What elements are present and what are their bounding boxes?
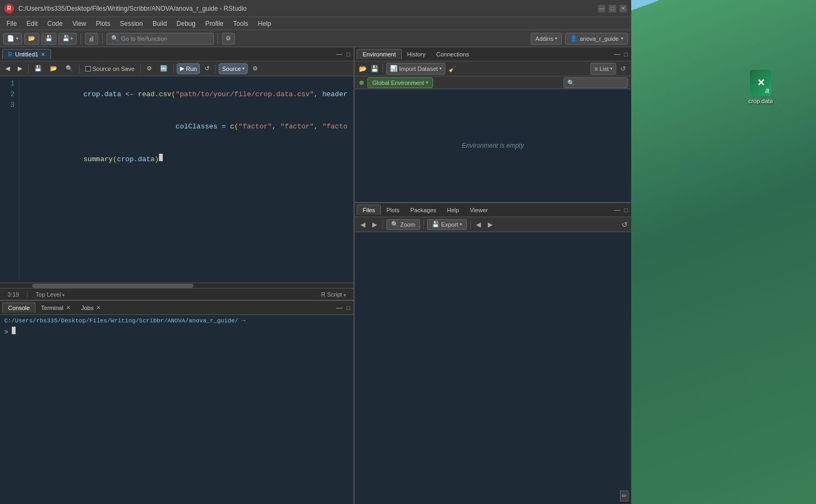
- forward-button[interactable]: ▶: [15, 63, 25, 74]
- addins-button[interactable]: Addins ▾: [531, 33, 562, 45]
- zoom-button[interactable]: 🔍 Zoom: [386, 219, 420, 230]
- plots-tab[interactable]: Plots: [381, 205, 405, 215]
- global-env-label: Global Environment: [372, 80, 424, 86]
- scrollbar-thumb[interactable]: [32, 284, 193, 288]
- run-button[interactable]: ▶ Run: [177, 63, 200, 74]
- script-type[interactable]: R Script ▾: [318, 291, 349, 298]
- zoom-icon: 🔍: [391, 221, 399, 228]
- menu-debug[interactable]: Debug: [172, 19, 200, 28]
- packages-tab[interactable]: Packages: [405, 205, 442, 215]
- files-prev-button[interactable]: ◀: [474, 220, 483, 229]
- save-button[interactable]: 💾: [41, 33, 56, 45]
- console-content[interactable]: C:/Users/rbs335/Desktop/Files/Writing/Sc…: [0, 315, 353, 504]
- code-line-2: colClasses = c("factor", "factor", "fact…: [25, 111, 348, 143]
- toolbar-right: Addins ▾ 👤 anova_r_guide ▾: [531, 33, 628, 45]
- connections-tab[interactable]: Connections: [431, 49, 474, 59]
- menu-plots[interactable]: Plots: [92, 19, 115, 28]
- print-button[interactable]: 🖨: [85, 33, 98, 45]
- refresh-files-button[interactable]: ↺: [622, 220, 628, 229]
- files-tab[interactable]: Files: [357, 205, 381, 215]
- jobs-label: Jobs: [81, 305, 93, 311]
- save-script-button[interactable]: 💾: [31, 63, 45, 74]
- scope-label[interactable]: Top Level ▾: [32, 291, 68, 298]
- history-tab[interactable]: History: [402, 49, 431, 59]
- editor-scrollbar[interactable]: [0, 283, 353, 288]
- open-recent-button[interactable]: 📂: [47, 63, 61, 74]
- menu-view[interactable]: View: [68, 19, 91, 28]
- maximize-files-button[interactable]: □: [623, 205, 629, 215]
- console-pane-controls: — □: [335, 303, 351, 313]
- maximize-console-button[interactable]: □: [345, 303, 351, 313]
- find-button[interactable]: 🔍: [62, 63, 76, 74]
- toolbar-sep-3: [218, 33, 218, 44]
- menu-code[interactable]: Code: [43, 19, 67, 28]
- collapse-editor-button[interactable]: —: [335, 49, 344, 59]
- close-button[interactable]: ✕: [619, 5, 627, 12]
- code-area[interactable]: crop.data <- read.csv("path/to/your/file…: [19, 78, 353, 280]
- files-forward-button[interactable]: ▶: [370, 220, 379, 229]
- collapse-env-button[interactable]: —: [613, 49, 622, 59]
- editor-tab-bar: R Untitled1 ✕ — □: [0, 47, 353, 61]
- source-on-save-button[interactable]: Source on Save: [82, 63, 138, 74]
- spell-check-button[interactable]: 🔤: [157, 63, 171, 74]
- list-icon: ≡: [594, 66, 597, 72]
- viewer-tab[interactable]: Viewer: [465, 205, 493, 215]
- files-next-button[interactable]: ▶: [486, 220, 495, 229]
- maximize-env-button[interactable]: □: [623, 49, 629, 59]
- minimize-button[interactable]: —: [598, 5, 605, 12]
- back-button[interactable]: ◀: [2, 63, 13, 74]
- env-save-button[interactable]: 💾: [370, 64, 379, 74]
- code-editor[interactable]: 1 2 3 crop.data <- read.csv("path/to/you…: [0, 76, 353, 283]
- save-all-button[interactable]: 💾+: [59, 33, 77, 45]
- menu-profile[interactable]: Profile: [201, 19, 228, 28]
- menu-help[interactable]: Help: [254, 19, 276, 28]
- open-file-button[interactable]: 📂: [24, 33, 39, 45]
- editor-pane-controls: — □: [335, 49, 351, 59]
- console-prompt-line[interactable]: >: [4, 327, 349, 336]
- menu-file[interactable]: File: [2, 19, 21, 28]
- new-file-button[interactable]: 📄 ▾: [3, 33, 22, 45]
- maximize-editor-button[interactable]: □: [345, 49, 351, 59]
- editor-tab-untitled1[interactable]: R Untitled1 ✕: [2, 49, 51, 59]
- files-back-button[interactable]: ◀: [358, 220, 367, 229]
- help-tab[interactable]: Help: [442, 205, 465, 215]
- menu-edit[interactable]: Edit: [22, 19, 42, 28]
- jobs-tab[interactable]: Jobs ✕: [76, 303, 106, 313]
- clear-console-button[interactable]: ✏: [620, 491, 629, 501]
- desktop-file-icon[interactable]: ✕ crop.data: [748, 70, 773, 104]
- jobs-close-icon[interactable]: ✕: [96, 305, 100, 311]
- console-tab[interactable]: Console: [2, 303, 35, 313]
- env-tab-bar: Environment History Connections — □: [355, 47, 631, 61]
- goto-file-button[interactable]: 🔍 Go to file/function: [106, 33, 214, 45]
- global-env-selector[interactable]: Global Environment ▾: [367, 77, 433, 88]
- collapse-console-button[interactable]: —: [335, 303, 344, 313]
- environment-tab[interactable]: Environment: [357, 49, 402, 59]
- refresh-env-button[interactable]: ↺: [618, 64, 628, 74]
- menu-build[interactable]: Build: [148, 19, 171, 28]
- terminal-close-icon[interactable]: ✕: [66, 305, 70, 311]
- re-run-button[interactable]: ↺: [201, 63, 213, 74]
- source-button[interactable]: Source ▾: [219, 63, 248, 74]
- line-num-1: 1: [4, 78, 15, 89]
- source-options-button[interactable]: ⚙: [249, 63, 261, 74]
- files-pane-controls: — □: [613, 205, 629, 215]
- menu-tools[interactable]: Tools: [229, 19, 252, 28]
- import-dataset-button[interactable]: 📊 Import Dataset ▾: [386, 63, 445, 75]
- env-clear-button[interactable]: 🧹: [447, 64, 457, 74]
- project-selector[interactable]: 👤 anova_r_guide ▾: [565, 33, 628, 45]
- external-link-icon[interactable]: →: [242, 317, 245, 325]
- global-env-dot: [359, 81, 364, 85]
- export-button[interactable]: 💾 Export ▾: [427, 219, 467, 230]
- list-view-button[interactable]: ≡ List ▾: [590, 63, 616, 75]
- console-cursor: [12, 327, 16, 334]
- env-search-input[interactable]: [564, 77, 628, 88]
- terminal-tab[interactable]: Terminal ✕: [35, 303, 76, 313]
- ed-sep-3: [140, 64, 141, 73]
- maximize-button[interactable]: □: [609, 5, 616, 12]
- menu-session[interactable]: Session: [115, 19, 147, 28]
- collapse-files-button[interactable]: —: [613, 205, 622, 215]
- tab-close-icon[interactable]: ✕: [41, 52, 45, 57]
- workspace-btn[interactable]: ⚙: [222, 33, 235, 45]
- compile-button[interactable]: ⚙: [143, 63, 155, 74]
- env-load-button[interactable]: 📂: [358, 64, 367, 74]
